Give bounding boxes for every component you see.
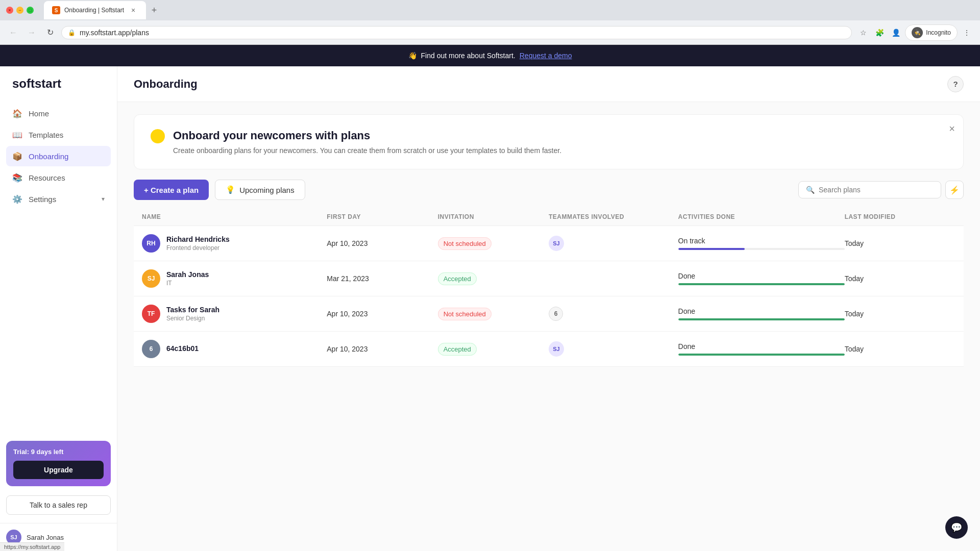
window-maximize-button[interactable]: □ <box>27 7 34 14</box>
table-header: NAME FIRST DAY INVITATION TEAMMATES INVO… <box>134 208 964 226</box>
tab-title: Onboarding | Softstart <box>64 7 125 14</box>
activities-label: Done <box>678 342 845 350</box>
activities-label: Done <box>678 272 845 280</box>
help-button[interactable]: ? <box>947 76 964 92</box>
status-bar: https://my.softstart.app <box>0 542 64 551</box>
col-modified: LAST MODIFIED <box>845 213 955 220</box>
banner-close-button[interactable]: × <box>949 123 955 135</box>
sidebar-item-label: Onboarding <box>29 152 68 161</box>
teammates-cell: 6 <box>549 307 678 321</box>
logo-text: softstart <box>12 77 61 90</box>
actions-bar: + Create a plan 💡 Upcoming plans 🔍 ⚡ <box>117 169 980 208</box>
bookmark-icon[interactable]: ☆ <box>856 26 870 40</box>
person-name: Tasks for Sarah <box>166 306 219 314</box>
url-text: my.softstart.app/plans <box>80 29 149 37</box>
announcement-text: Find out more about Softstart. <box>421 52 516 60</box>
new-tab-button[interactable]: + <box>147 3 161 17</box>
invitation-cell: Accepted <box>438 274 549 283</box>
sidebar-item-templates[interactable]: 📖 Templates <box>6 124 111 145</box>
person-cell: TF Tasks for Sarah Senior Design <box>142 305 327 323</box>
invitation-cell: Not scheduled <box>438 309 549 318</box>
search-input[interactable] <box>819 186 934 194</box>
reload-button[interactable]: ↻ <box>43 26 57 40</box>
announcement-emoji: 👋 <box>408 52 417 60</box>
sidebar-item-settings[interactable]: ⚙️ Settings ▾ <box>6 189 111 209</box>
demo-link[interactable]: Request a demo <box>520 52 572 60</box>
sidebar-item-onboarding[interactable]: 📦 Onboarding <box>6 146 111 166</box>
sidebar: softstart 🏠 Home 📖 Templates 📦 Onboardin… <box>0 66 117 551</box>
first-day-date: Apr 10, 2023 <box>327 345 437 353</box>
col-teammates: TEAMMATES INVOLVED <box>549 213 678 220</box>
chat-widget[interactable]: 💬 <box>945 516 968 539</box>
col-activities: ACTIVITIES DONE <box>678 213 845 220</box>
menu-button[interactable]: ⋮ <box>960 26 974 40</box>
trial-box: Trial: 9 days left Upgrade <box>6 441 111 486</box>
last-modified: Today <box>845 239 955 247</box>
person-name: Richard Hendricks <box>166 235 230 243</box>
onboarding-icon: 📦 <box>12 151 22 161</box>
create-plan-button[interactable]: + Create a plan <box>134 180 209 200</box>
person-info: Tasks for Sarah Senior Design <box>166 306 219 322</box>
announcement-bar: 👋 Find out more about Softstart. Request… <box>0 45 980 66</box>
activities-cell: Done <box>678 342 845 356</box>
back-button[interactable]: ← <box>6 26 20 40</box>
search-icon: 🔍 <box>806 186 815 194</box>
sidebar-item-resources[interactable]: 📚 Resources <box>6 167 111 188</box>
tab-close-button[interactable]: × <box>129 6 138 15</box>
activities-cell: Done <box>678 307 845 320</box>
upgrade-button[interactable]: Upgrade <box>13 461 104 479</box>
progress-fill <box>678 283 845 285</box>
address-bar[interactable]: 🔒 my.softstart.app/plans <box>61 26 852 39</box>
plans-table: NAME FIRST DAY INVITATION TEAMMATES INVO… <box>117 208 980 367</box>
table-row[interactable]: RH Richard Hendricks Frontend developer … <box>134 226 964 261</box>
progress-bar <box>678 248 845 250</box>
upcoming-plans-button[interactable]: 💡 Upcoming plans <box>215 180 305 200</box>
forward-button[interactable]: → <box>24 26 39 40</box>
sidebar-item-home[interactable]: 🏠 Home <box>6 103 111 123</box>
person-cell: SJ Sarah Jonas IT <box>142 269 327 288</box>
window-minimize-button[interactable]: − <box>16 7 23 14</box>
browser-tab[interactable]: S Onboarding | Softstart × <box>44 1 146 19</box>
first-day-date: Apr 10, 2023 <box>327 310 437 318</box>
table-row[interactable]: SJ Sarah Jonas IT Mar 21, 2023 Accepted … <box>134 261 964 296</box>
chat-icon: 💬 <box>951 522 962 533</box>
person-role: Senior Design <box>166 315 219 322</box>
actions-left: + Create a plan 💡 Upcoming plans <box>134 180 305 200</box>
table-row[interactable]: 6 64c16b01 Apr 10, 2023 Accepted SJ Done <box>134 332 964 367</box>
person-info: Sarah Jonas IT <box>166 270 209 287</box>
avatar: SJ <box>142 269 160 288</box>
activities-cell: Done <box>678 272 845 285</box>
tab-favicon: S <box>52 6 60 14</box>
invitation-cell: Accepted <box>438 344 549 354</box>
status-badge: Accepted <box>438 343 477 356</box>
incognito-label: Incognito <box>926 29 951 36</box>
person-info: Richard Hendricks Frontend developer <box>166 235 230 252</box>
settings-chevron-icon: ▾ <box>102 195 105 203</box>
sales-rep-button[interactable]: Talk to a sales rep <box>6 495 111 515</box>
search-bar[interactable]: 🔍 <box>798 181 941 198</box>
col-first-day: FIRST DAY <box>327 213 437 220</box>
extensions-icon[interactable]: 🧩 <box>872 26 887 40</box>
progress-fill <box>678 248 745 250</box>
trial-text: Trial: 9 days left <box>13 448 104 456</box>
table-row[interactable]: TF Tasks for Sarah Senior Design Apr 10,… <box>134 296 964 332</box>
banner-circle-icon <box>151 129 165 143</box>
window-close-button[interactable]: × <box>6 7 13 14</box>
upcoming-icon: 💡 <box>226 185 235 194</box>
home-icon: 🏠 <box>12 108 22 118</box>
filter-button[interactable]: ⚡ <box>945 181 964 199</box>
person-role: Frontend developer <box>166 244 230 252</box>
teammate-badge: SJ <box>549 341 564 357</box>
col-invitation: INVITATION <box>438 213 549 220</box>
profile-icon[interactable]: 👤 <box>889 26 903 40</box>
resources-icon: 📚 <box>12 172 22 183</box>
person-cell: 6 64c16b01 <box>142 340 327 358</box>
avatar: RH <box>142 234 160 253</box>
avatar: TF <box>142 305 160 323</box>
templates-icon: 📖 <box>12 130 22 140</box>
first-day-date: Apr 10, 2023 <box>327 239 437 247</box>
incognito-avatar: 🕵 <box>912 27 923 38</box>
sidebar-navigation: 🏠 Home 📖 Templates 📦 Onboarding 📚 Resour… <box>0 99 117 433</box>
activities-label: On track <box>678 237 845 245</box>
info-banner: Onboard your newcomers with plans Create… <box>134 114 964 169</box>
